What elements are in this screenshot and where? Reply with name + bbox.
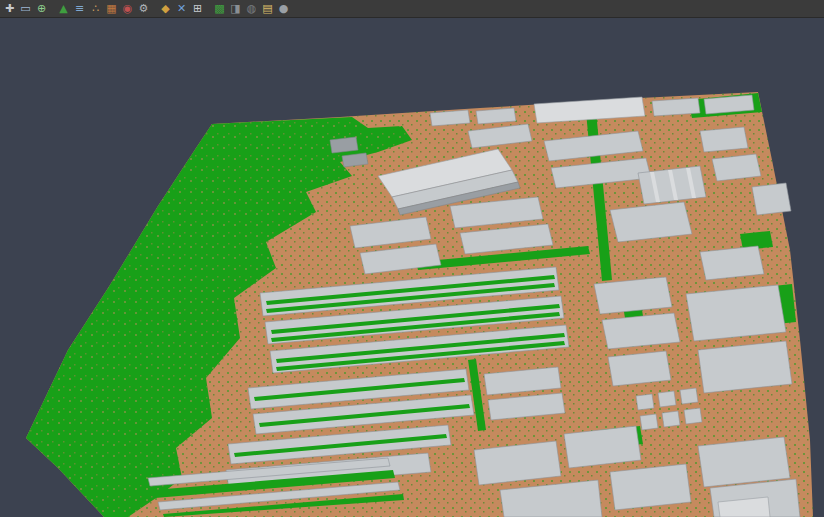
export-icon[interactable]: ▤ bbox=[260, 1, 275, 16]
rectangle-selection-icon[interactable]: ▭ bbox=[18, 1, 33, 16]
terrain-view-icon[interactable]: ▲ bbox=[56, 1, 71, 16]
building-roof bbox=[640, 414, 658, 430]
reset-view-icon[interactable]: ⊞ bbox=[190, 1, 205, 16]
mesh-icon[interactable]: ▦ bbox=[104, 1, 119, 16]
layers-icon[interactable]: ≡ bbox=[72, 1, 87, 16]
building-roof bbox=[698, 437, 790, 487]
building-roof bbox=[610, 464, 691, 510]
classification-icon[interactable]: ◉ bbox=[120, 1, 135, 16]
building-roof bbox=[700, 127, 748, 152]
point-cloud-scene bbox=[0, 19, 824, 517]
3d-viewport[interactable] bbox=[0, 19, 824, 517]
toolbar-separator bbox=[152, 1, 157, 16]
grid-icon[interactable]: ▩ bbox=[212, 1, 227, 16]
point-cloud-icon[interactable]: ∴ bbox=[88, 1, 103, 16]
building-roof bbox=[662, 411, 680, 427]
settings-icon[interactable]: ⚙ bbox=[136, 1, 151, 16]
globe-icon[interactable]: ◍ bbox=[244, 1, 259, 16]
toolbar-separator bbox=[206, 1, 211, 16]
building-roof bbox=[712, 154, 761, 181]
info-icon[interactable]: ● bbox=[276, 1, 291, 16]
building-roof bbox=[476, 108, 516, 124]
building-roof bbox=[652, 98, 700, 116]
building-roof bbox=[700, 246, 764, 280]
toolbar-separator bbox=[50, 1, 55, 16]
camera-icon[interactable]: ◨ bbox=[228, 1, 243, 16]
building-roof bbox=[658, 391, 676, 407]
building-roof bbox=[608, 351, 671, 386]
building-roof bbox=[330, 137, 358, 153]
navigation-icon[interactable]: ✚ bbox=[2, 1, 17, 16]
main-toolbar: ✚ ▭ ⊕ ▲ ≡ ∴ ▦ ◉ ⚙ ◆ ✕ ⊞ ▩ ◨ ◍ ▤ ● bbox=[0, 0, 824, 18]
building-roof bbox=[430, 110, 470, 126]
building-roof bbox=[686, 285, 786, 341]
building-roof bbox=[680, 388, 698, 404]
building-roof bbox=[698, 341, 792, 393]
building-roof bbox=[684, 408, 702, 424]
delete-selection-icon[interactable]: ✕ bbox=[174, 1, 189, 16]
building-roof bbox=[752, 183, 791, 215]
measure-icon[interactable]: ◆ bbox=[158, 1, 173, 16]
zoom-icon[interactable]: ⊕ bbox=[34, 1, 49, 16]
building-roof bbox=[636, 394, 654, 410]
